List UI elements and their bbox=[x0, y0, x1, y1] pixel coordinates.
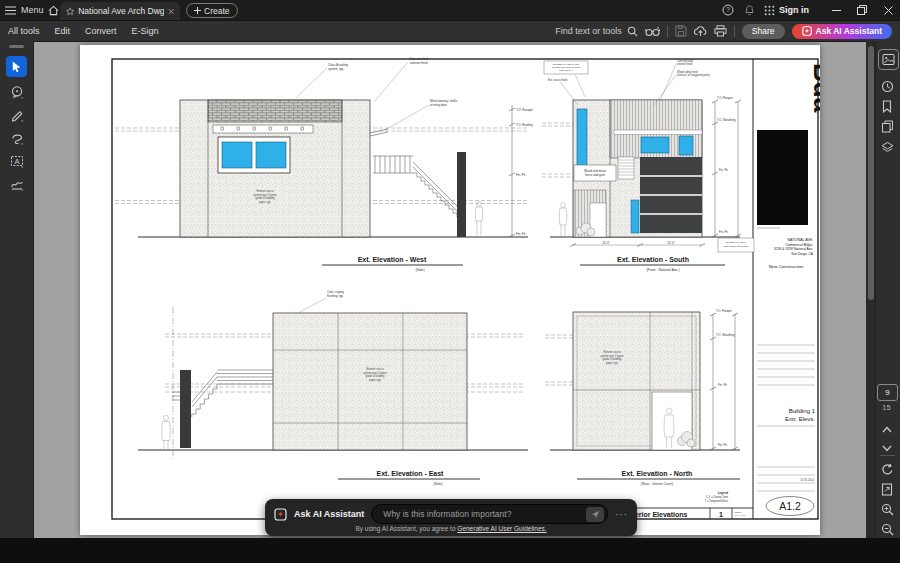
find-tool[interactable]: Find text or tools bbox=[555, 26, 638, 37]
toolbar-menu: All tools Edit Convert E-Sign bbox=[8, 21, 159, 41]
zoom-out-icon bbox=[881, 523, 894, 536]
text-box-icon: A bbox=[10, 154, 24, 168]
sign-stamp-tool[interactable] bbox=[6, 173, 27, 194]
thumbnails-icon bbox=[882, 53, 895, 66]
zoom-in-button[interactable] bbox=[879, 501, 895, 517]
next-page-button[interactable] bbox=[879, 440, 895, 456]
windows-taskbar: SAN DIEGO|MLS 9:58 AM 2/18/2025 2 54°F M… bbox=[0, 538, 900, 563]
svg-text:T = Tempered Glass: T = Tempered Glass bbox=[705, 499, 729, 503]
svg-text:NATIONAL AVE.: NATIONAL AVE. bbox=[787, 238, 813, 242]
menu-convert[interactable]: Convert bbox=[85, 26, 117, 36]
print-icon[interactable] bbox=[714, 25, 727, 37]
svg-text:Fin. Flr.: Fin. Flr. bbox=[719, 168, 729, 172]
ai-guidelines-link[interactable]: Generative AI User Guidelines. bbox=[457, 525, 546, 532]
previous-page-button[interactable] bbox=[879, 421, 895, 437]
create-button[interactable]: Create bbox=[186, 3, 238, 18]
toolbar-separator2 bbox=[734, 25, 735, 37]
ai-assistant-bar-icon bbox=[274, 508, 287, 521]
ai-question-input[interactable] bbox=[381, 508, 582, 520]
current-page-field[interactable]: 9 bbox=[877, 384, 898, 401]
svg-text:(vertical, w/ staggered joints: (vertical, w/ staggered joints) bbox=[677, 73, 710, 77]
svg-text:grade D building: grade D building bbox=[256, 196, 275, 200]
tab-close-icon[interactable] bbox=[168, 8, 174, 15]
sign-in-label: Sign in bbox=[779, 5, 809, 15]
menu-all-tools[interactable]: All tools bbox=[8, 26, 40, 36]
svg-text:Ext. stucco finish: Ext. stucco finish bbox=[548, 78, 568, 82]
search-icon bbox=[627, 26, 638, 37]
cursor-icon bbox=[10, 60, 23, 73]
comment-tool[interactable] bbox=[6, 81, 27, 102]
menu-esign[interactable]: E-Sign bbox=[132, 26, 159, 36]
hamburger-icon bbox=[5, 6, 16, 15]
tab-title: National Ave Arch Dwg... bbox=[78, 6, 163, 16]
close-icon bbox=[884, 6, 893, 15]
pdf-page[interactable]: T.O. Parapet T.O. Roofing Fin. Flr. Fin.… bbox=[80, 45, 820, 535]
datum-label: Fin. Flr. bbox=[516, 232, 526, 236]
edit-pencil-tool[interactable] bbox=[6, 104, 27, 125]
ai-assistant-bar: Ask AI Assistant ··· By using AI Assista… bbox=[265, 499, 637, 536]
fit-page-icon bbox=[881, 483, 893, 496]
document-tab[interactable]: National Ave Arch Dwg... bbox=[60, 2, 180, 20]
svg-text:flashing, typ.: flashing, typ. bbox=[327, 294, 344, 298]
svg-text:paper, typ.: paper, typ. bbox=[369, 378, 381, 382]
bookmarks-panel[interactable] bbox=[879, 98, 895, 114]
ai-question-input-wrap bbox=[371, 504, 608, 524]
scrollbar-thumb[interactable] bbox=[868, 46, 874, 300]
layers-panel[interactable] bbox=[879, 139, 895, 155]
svg-text:T.O. Parapet: T.O. Parapet bbox=[716, 309, 732, 313]
svg-text:Ext. Elevation - South: Ext. Elevation - South bbox=[617, 256, 689, 263]
apps-grid-button[interactable] bbox=[757, 0, 781, 20]
history-panel[interactable] bbox=[879, 78, 895, 94]
plus-icon bbox=[194, 7, 201, 14]
share-label: Share bbox=[752, 26, 775, 36]
fit-page-button[interactable] bbox=[879, 481, 895, 497]
svg-text:13'-0": 13'-0" bbox=[602, 241, 610, 245]
svg-text:T.O. Sheathing: T.O. Sheathing bbox=[717, 118, 736, 122]
rotate-page-button[interactable] bbox=[879, 461, 895, 477]
pages-panel[interactable] bbox=[879, 118, 895, 134]
restore-button[interactable] bbox=[850, 0, 874, 20]
page-thumbnails-panel[interactable] bbox=[878, 49, 899, 70]
sign-in-button[interactable]: Sign in bbox=[779, 0, 809, 20]
save-icon[interactable] bbox=[675, 25, 687, 37]
rotate-icon bbox=[881, 463, 894, 476]
svg-text:fence and gate: fence and gate bbox=[585, 173, 605, 177]
zoom-out-button[interactable] bbox=[879, 521, 895, 537]
comment-icon bbox=[10, 85, 24, 99]
hamburger-menu-button[interactable]: Menu bbox=[5, 0, 44, 20]
upload-cloud-icon[interactable] bbox=[694, 25, 707, 37]
close-window-button[interactable] bbox=[876, 0, 900, 20]
svg-text:Building 1: Building 1 bbox=[789, 408, 816, 414]
ai-more-options-button[interactable]: ··· bbox=[615, 509, 628, 520]
draw-tool[interactable] bbox=[6, 127, 27, 148]
svg-text:exterior finish: exterior finish bbox=[677, 62, 693, 66]
select-tool[interactable] bbox=[6, 56, 27, 77]
datum-label: T.O. Parapet bbox=[516, 108, 533, 112]
svg-text:San Diego, CA: San Diego, CA bbox=[791, 252, 814, 256]
apps-grid-icon bbox=[764, 5, 775, 16]
share-button[interactable]: Share bbox=[742, 24, 785, 39]
svg-text:Steel mesh accent wall: Steel mesh accent wall bbox=[724, 245, 749, 248]
ai-assistant-icon bbox=[802, 26, 812, 36]
ai-reading-glasses-icon[interactable] bbox=[645, 26, 660, 37]
svg-text:Wood siding finish: Wood siding finish bbox=[677, 70, 699, 74]
svg-text:(Rear - Interior Court): (Rear - Interior Court) bbox=[641, 482, 673, 486]
bell-icon bbox=[744, 4, 755, 16]
ai-send-button[interactable] bbox=[586, 507, 604, 522]
ask-ai-assistant-button[interactable]: Ask AI Assistant bbox=[792, 24, 892, 39]
svg-text:Fin. Flr.: Fin. Flr. bbox=[718, 443, 728, 447]
panel-grip[interactable] bbox=[9, 45, 24, 48]
svg-text:1/4"=1'-0": 1/4"=1'-0" bbox=[735, 514, 745, 517]
menu-edit[interactable]: Edit bbox=[55, 26, 71, 36]
callout: exterior finish bbox=[410, 61, 428, 65]
minimize-button[interactable] bbox=[824, 0, 848, 20]
toolbar-separator bbox=[667, 25, 668, 37]
help-icon: ? bbox=[722, 4, 734, 16]
add-text-tool[interactable]: A bbox=[6, 150, 27, 171]
minimize-icon bbox=[832, 6, 841, 15]
create-label: Create bbox=[204, 6, 230, 16]
datum-label: Fin. Flr. bbox=[516, 173, 526, 177]
sheet-number: A1.2 bbox=[779, 500, 801, 512]
logo-image bbox=[757, 130, 808, 225]
svg-text:Fin. Flr.: Fin. Flr. bbox=[718, 383, 728, 387]
